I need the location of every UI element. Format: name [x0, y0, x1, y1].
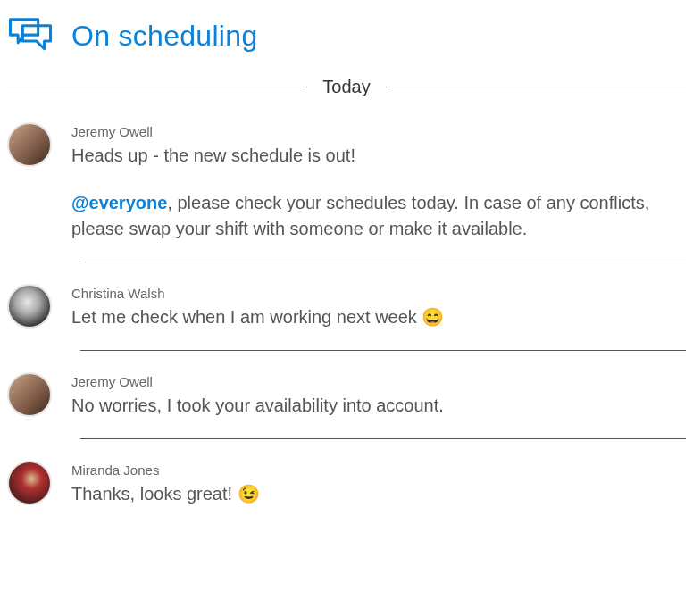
chat-bubble-icon — [7, 16, 54, 55]
message-body: Jeremy OwellHeads up - the new schedule … — [71, 122, 686, 242]
avatar[interactable] — [7, 461, 52, 505]
message-text: @everyone, please check your schedules t… — [71, 190, 686, 242]
message-list: Jeremy OwellHeads up - the new schedule … — [7, 122, 686, 521]
chat-header: On scheduling — [7, 0, 686, 77]
message-text: Heads up - the new schedule is out! — [71, 143, 686, 169]
page-title: On scheduling — [71, 20, 257, 53]
message-author: Christina Walsh — [71, 286, 686, 301]
message-author: Miranda Jones — [71, 462, 686, 478]
message-body: Christina WalshLet me check when I am wo… — [71, 284, 686, 330]
divider-line — [388, 87, 686, 87]
message-separator — [80, 350, 686, 351]
avatar[interactable] — [7, 122, 52, 167]
message: Christina WalshLet me check when I am wo… — [7, 284, 686, 345]
message-text: Let me check when I am working next week… — [71, 304, 686, 330]
message: Jeremy OwellNo worries, I took your avai… — [7, 372, 686, 433]
message-separator — [80, 262, 686, 262]
divider-line — [7, 87, 305, 87]
avatar[interactable] — [7, 284, 52, 329]
mention[interactable]: @everyone — [71, 193, 167, 212]
message-separator — [80, 438, 686, 439]
date-divider: Today — [7, 77, 686, 97]
message-text: Thanks, looks great! 😉 — [71, 481, 686, 507]
message: Miranda JonesThanks, looks great! 😉 — [7, 461, 686, 521]
message: Jeremy OwellHeads up - the new schedule … — [7, 122, 686, 256]
avatar[interactable] — [7, 372, 52, 417]
message-body: Jeremy OwellNo worries, I took your avai… — [71, 372, 686, 419]
emoji-icon: 😉 — [238, 484, 260, 504]
emoji-icon: 😄 — [422, 307, 444, 327]
message-text: No worries, I took your availability int… — [71, 393, 686, 419]
message-author: Jeremy Owell — [71, 124, 686, 139]
message-body: Miranda JonesThanks, looks great! 😉 — [71, 461, 686, 507]
date-label: Today — [322, 77, 370, 97]
message-author: Jeremy Owell — [71, 374, 686, 389]
